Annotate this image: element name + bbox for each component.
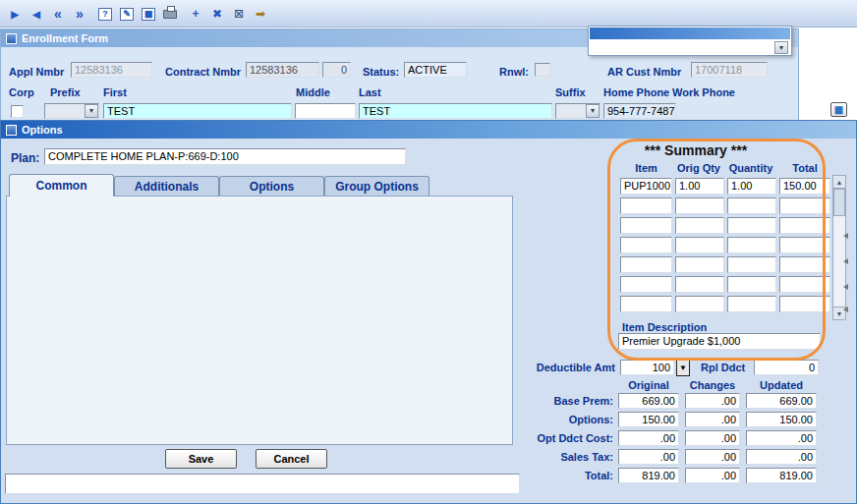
status-field: ACTIVE [404, 62, 467, 78]
home-phone-field[interactable]: 954-777-7487 [603, 103, 676, 119]
summary-cell[interactable] [620, 276, 672, 293]
summary-cell[interactable]: 1.00 [727, 178, 776, 195]
options-changes: .00 [685, 412, 740, 427]
scrollbar-thumb[interactable] [833, 189, 845, 216]
prefix-label: Prefix [50, 86, 81, 98]
grid-icon: ▦ [834, 104, 843, 115]
total-original: 819.00 [618, 468, 679, 483]
cancel-button[interactable]: Cancel [256, 449, 327, 469]
tab-additionals[interactable]: Additionals [114, 176, 219, 196]
add-record-icon[interactable]: + [185, 4, 206, 24]
save-button[interactable]: Save [165, 449, 237, 469]
query-form-icon[interactable]: ? [94, 4, 116, 24]
combo-dropdown-button[interactable]: ▾ [774, 41, 788, 54]
sales-tax-label: Sales Tax: [473, 451, 613, 463]
summary-cell[interactable] [727, 237, 776, 253]
summary-cell[interactable] [675, 197, 724, 214]
suffix-label: Suffix [555, 86, 586, 98]
summary-cell[interactable] [727, 256, 776, 273]
summary-cell[interactable]: 150.00 [779, 178, 830, 195]
edit-form-icon[interactable]: ✎ [116, 4, 138, 24]
summary-cell[interactable] [779, 217, 830, 234]
clear-glyph: ⊠ [234, 7, 244, 21]
summary-scrollbar[interactable]: ▲ ▼ [832, 175, 846, 320]
printer-glyph [163, 10, 177, 19]
options-window-icon [6, 125, 17, 136]
suffix-dropdown-button: ▾ [586, 104, 600, 118]
prev-record-icon[interactable]: ◀ [26, 4, 47, 24]
sales-tax-original: .00 [618, 449, 679, 465]
chevron-down-icon: ▾ [89, 104, 93, 118]
item-description-field: Premier Upgrade $1,000 [618, 333, 821, 350]
options-title: Options [22, 124, 63, 136]
summary-cell[interactable] [779, 237, 830, 253]
base-prem-changes: .00 [685, 393, 740, 409]
delete-record-icon[interactable]: ✖ [206, 4, 228, 24]
options-window: Options Plan: COMPLETE HOME PLAN-P:669-D… [0, 120, 857, 504]
deductible-spinner-button[interactable]: ▼ [676, 360, 690, 376]
first-name-field[interactable]: TEST [103, 103, 292, 119]
edge-tick [843, 258, 848, 264]
sales-tax-updated: .00 [746, 449, 817, 465]
print-icon[interactable] [159, 4, 181, 24]
enrollment-title: Enrollment Form [22, 32, 108, 44]
application-window: ▶ ◀ « » ? ✎ ▦ + ✖ ⊠ ➡ Enrollment Form Ap… [0, 0, 857, 504]
rpl-ddct-field[interactable]: 0 [754, 360, 819, 375]
summary-cell[interactable] [727, 296, 776, 312]
chevron-down-icon: ▼ [679, 364, 687, 372]
deductible-amt-field[interactable]: 100 [620, 360, 674, 375]
summary-cell[interactable] [675, 217, 724, 234]
first-arrow-glyph: « [54, 6, 62, 22]
last-name-field[interactable]: TEST [359, 103, 552, 119]
scroll-up-button[interactable]: ▲ [833, 176, 845, 189]
summary-cell[interactable] [727, 217, 776, 234]
contract-nmbr-field: 12583136 [246, 62, 319, 78]
summary-cell[interactable] [620, 256, 672, 273]
ar-cust-nmbr-label: AR Cust Nmbr [607, 66, 681, 78]
totals-col-original: Original [618, 379, 679, 391]
base-prem-original: 669.00 [618, 393, 679, 409]
tab-group-options[interactable]: Group Options [324, 176, 429, 196]
opt-ddct-original: .00 [618, 430, 679, 446]
summary-cell[interactable] [779, 256, 830, 273]
middle-name-field[interactable] [295, 103, 356, 119]
first-record-icon[interactable]: « [47, 4, 69, 24]
tab-common[interactable]: Common [9, 174, 114, 196]
corp-checkbox[interactable] [11, 105, 24, 118]
last-record-icon[interactable]: » [69, 4, 90, 24]
browse-grid-icon[interactable]: ▦ [138, 4, 159, 24]
prev-arrow-glyph: ◀ [32, 9, 40, 20]
clear-icon[interactable]: ⊠ [228, 4, 250, 24]
floating-combo-panel: ▾ [588, 26, 792, 56]
next-record-icon[interactable]: ▶ [4, 4, 26, 24]
summary-cell[interactable] [727, 276, 776, 293]
options-original: 150.00 [618, 412, 679, 427]
summary-cell[interactable]: 1.00 [675, 178, 724, 195]
summary-cell[interactable] [779, 197, 830, 214]
summary-cell[interactable] [779, 276, 830, 293]
status-bar-field [5, 474, 520, 494]
summary-cell[interactable] [620, 197, 672, 214]
last-label: Last [359, 86, 381, 98]
grid-glyph: ▦ [142, 8, 155, 21]
options-titlebar: Options [1, 121, 856, 139]
summary-cell[interactable] [675, 276, 724, 293]
summary-cell[interactable] [620, 296, 672, 312]
summary-cell[interactable] [727, 197, 776, 214]
summary-cell[interactable] [779, 296, 830, 312]
lookup-grid-button[interactable]: ▦ [830, 102, 847, 117]
chevron-down-icon: ▼ [836, 310, 843, 317]
plan-label: Plan: [11, 151, 39, 165]
cancel-button-label: Cancel [273, 453, 309, 465]
summary-cell[interactable] [620, 237, 672, 253]
tab-options[interactable]: Options [219, 176, 324, 196]
summary-cell[interactable] [675, 296, 724, 312]
middle-label: Middle [296, 86, 330, 98]
summary-cell[interactable] [675, 256, 724, 273]
exit-icon[interactable]: ➡ [250, 4, 271, 24]
tab-options-label: Options [250, 180, 294, 194]
summary-cell[interactable] [620, 217, 672, 234]
summary-cell[interactable]: PUP1000 [620, 178, 672, 195]
summary-cell[interactable] [675, 237, 724, 253]
next-arrow-glyph: ▶ [11, 9, 19, 20]
